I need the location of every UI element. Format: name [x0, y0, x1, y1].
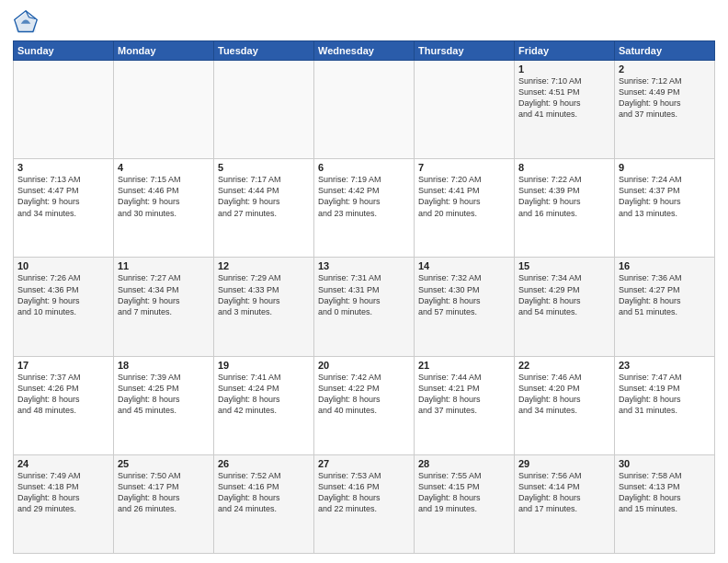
- calendar-header-row: SundayMondayTuesdayWednesdayThursdayFrid…: [14, 41, 715, 61]
- day-info: Sunrise: 7:10 AM Sunset: 4:51 PM Dayligh…: [518, 75, 610, 121]
- calendar-cell: 12Sunrise: 7:29 AM Sunset: 4:33 PM Dayli…: [214, 258, 314, 356]
- day-info: Sunrise: 7:26 AM Sunset: 4:36 PM Dayligh…: [17, 272, 109, 317]
- day-number: 14: [418, 260, 510, 271]
- day-info: Sunrise: 7:37 AM Sunset: 4:26 PM Dayligh…: [17, 372, 109, 417]
- calendar-cell: 2Sunrise: 7:12 AM Sunset: 4:49 PM Daylig…: [615, 61, 715, 159]
- calendar-cell: 16Sunrise: 7:36 AM Sunset: 4:27 PM Dayli…: [615, 258, 715, 356]
- day-info: Sunrise: 7:46 AM Sunset: 4:20 PM Dayligh…: [518, 372, 610, 417]
- day-number: 20: [318, 360, 410, 371]
- weekday-header-sunday: Sunday: [14, 41, 114, 61]
- calendar-cell: [114, 61, 214, 159]
- day-info: Sunrise: 7:56 AM Sunset: 4:14 PM Dayligh…: [518, 470, 610, 515]
- day-info: Sunrise: 7:15 AM Sunset: 4:46 PM Dayligh…: [118, 174, 210, 219]
- day-info: Sunrise: 7:27 AM Sunset: 4:34 PM Dayligh…: [118, 272, 210, 317]
- weekday-header-friday: Friday: [515, 41, 615, 61]
- calendar-week-3: 10Sunrise: 7:26 AM Sunset: 4:36 PM Dayli…: [14, 258, 715, 356]
- day-number: 17: [17, 360, 109, 371]
- day-number: 28: [418, 458, 510, 469]
- day-info: Sunrise: 7:42 AM Sunset: 4:22 PM Dayligh…: [318, 372, 410, 417]
- day-number: 7: [418, 162, 510, 173]
- calendar-cell: 7Sunrise: 7:20 AM Sunset: 4:41 PM Daylig…: [415, 159, 515, 258]
- calendar-cell: 1Sunrise: 7:10 AM Sunset: 4:51 PM Daylig…: [515, 61, 615, 159]
- calendar-cell: 10Sunrise: 7:26 AM Sunset: 4:36 PM Dayli…: [14, 258, 114, 356]
- weekday-header-monday: Monday: [114, 41, 214, 61]
- day-number: 15: [518, 260, 610, 271]
- day-number: 18: [118, 360, 210, 371]
- day-info: Sunrise: 7:52 AM Sunset: 4:16 PM Dayligh…: [218, 470, 310, 515]
- calendar-week-5: 24Sunrise: 7:49 AM Sunset: 4:18 PM Dayli…: [14, 454, 715, 553]
- calendar-cell: 9Sunrise: 7:24 AM Sunset: 4:37 PM Daylig…: [615, 159, 715, 258]
- calendar-cell: 30Sunrise: 7:58 AM Sunset: 4:13 PM Dayli…: [615, 454, 715, 553]
- calendar-cell: [415, 61, 515, 159]
- logo-icon: [13, 9, 39, 35]
- logo: [13, 9, 42, 35]
- day-info: Sunrise: 7:55 AM Sunset: 4:15 PM Dayligh…: [418, 470, 510, 515]
- day-number: 11: [118, 260, 210, 271]
- calendar-cell: 25Sunrise: 7:50 AM Sunset: 4:17 PM Dayli…: [114, 454, 214, 553]
- day-number: 8: [518, 162, 610, 173]
- calendar-cell: 19Sunrise: 7:41 AM Sunset: 4:24 PM Dayli…: [214, 356, 314, 454]
- calendar-cell: [14, 61, 114, 159]
- weekday-header-thursday: Thursday: [415, 41, 515, 61]
- calendar-cell: 3Sunrise: 7:13 AM Sunset: 4:47 PM Daylig…: [14, 159, 114, 258]
- header: [13, 9, 715, 35]
- day-number: 30: [619, 458, 711, 469]
- calendar-cell: 22Sunrise: 7:46 AM Sunset: 4:20 PM Dayli…: [515, 356, 615, 454]
- calendar-cell: 21Sunrise: 7:44 AM Sunset: 4:21 PM Dayli…: [415, 356, 515, 454]
- day-number: 1: [518, 63, 610, 75]
- calendar-cell: 29Sunrise: 7:56 AM Sunset: 4:14 PM Dayli…: [515, 454, 615, 553]
- calendar-cell: 8Sunrise: 7:22 AM Sunset: 4:39 PM Daylig…: [515, 159, 615, 258]
- day-number: 23: [619, 360, 711, 371]
- day-info: Sunrise: 7:17 AM Sunset: 4:44 PM Dayligh…: [218, 174, 310, 219]
- day-info: Sunrise: 7:41 AM Sunset: 4:24 PM Dayligh…: [218, 372, 310, 417]
- day-info: Sunrise: 7:39 AM Sunset: 4:25 PM Dayligh…: [118, 372, 210, 417]
- calendar-cell: 17Sunrise: 7:37 AM Sunset: 4:26 PM Dayli…: [14, 356, 114, 454]
- day-number: 2: [619, 63, 711, 75]
- calendar-cell: 15Sunrise: 7:34 AM Sunset: 4:29 PM Dayli…: [515, 258, 615, 356]
- day-number: 3: [17, 162, 109, 173]
- day-info: Sunrise: 7:53 AM Sunset: 4:16 PM Dayligh…: [318, 470, 410, 515]
- calendar-cell: 28Sunrise: 7:55 AM Sunset: 4:15 PM Dayli…: [415, 454, 515, 553]
- calendar-cell: 26Sunrise: 7:52 AM Sunset: 4:16 PM Dayli…: [214, 454, 314, 553]
- day-number: 21: [418, 360, 510, 371]
- weekday-header-tuesday: Tuesday: [214, 41, 314, 61]
- day-number: 5: [218, 162, 310, 173]
- calendar-cell: 13Sunrise: 7:31 AM Sunset: 4:31 PM Dayli…: [314, 258, 415, 356]
- calendar-cell: 5Sunrise: 7:17 AM Sunset: 4:44 PM Daylig…: [214, 159, 314, 258]
- calendar-week-1: 1Sunrise: 7:10 AM Sunset: 4:51 PM Daylig…: [14, 61, 715, 159]
- day-number: 24: [17, 458, 109, 469]
- day-info: Sunrise: 7:32 AM Sunset: 4:30 PM Dayligh…: [418, 272, 510, 317]
- day-number: 13: [318, 260, 410, 271]
- day-info: Sunrise: 7:13 AM Sunset: 4:47 PM Dayligh…: [17, 174, 109, 219]
- calendar-table: SundayMondayTuesdayWednesdayThursdayFrid…: [13, 40, 715, 554]
- day-info: Sunrise: 7:36 AM Sunset: 4:27 PM Dayligh…: [619, 272, 711, 317]
- day-number: 25: [118, 458, 210, 469]
- weekday-header-saturday: Saturday: [615, 41, 715, 61]
- day-number: 16: [619, 260, 711, 271]
- day-info: Sunrise: 7:19 AM Sunset: 4:42 PM Dayligh…: [318, 174, 410, 219]
- calendar-cell: 14Sunrise: 7:32 AM Sunset: 4:30 PM Dayli…: [415, 258, 515, 356]
- day-info: Sunrise: 7:31 AM Sunset: 4:31 PM Dayligh…: [318, 272, 410, 317]
- weekday-header-wednesday: Wednesday: [314, 41, 415, 61]
- day-info: Sunrise: 7:47 AM Sunset: 4:19 PM Dayligh…: [619, 372, 711, 417]
- day-info: Sunrise: 7:24 AM Sunset: 4:37 PM Dayligh…: [619, 174, 711, 219]
- day-number: 27: [318, 458, 410, 469]
- day-info: Sunrise: 7:29 AM Sunset: 4:33 PM Dayligh…: [218, 272, 310, 317]
- calendar-cell: [314, 61, 415, 159]
- calendar-cell: [214, 61, 314, 159]
- day-info: Sunrise: 7:12 AM Sunset: 4:49 PM Dayligh…: [619, 75, 711, 121]
- day-info: Sunrise: 7:22 AM Sunset: 4:39 PM Dayligh…: [518, 174, 610, 219]
- calendar-cell: 23Sunrise: 7:47 AM Sunset: 4:19 PM Dayli…: [615, 356, 715, 454]
- day-number: 10: [17, 260, 109, 271]
- calendar-cell: 24Sunrise: 7:49 AM Sunset: 4:18 PM Dayli…: [14, 454, 114, 553]
- day-info: Sunrise: 7:49 AM Sunset: 4:18 PM Dayligh…: [17, 470, 109, 515]
- day-number: 29: [518, 458, 610, 469]
- day-number: 4: [118, 162, 210, 173]
- day-number: 6: [318, 162, 410, 173]
- day-number: 26: [218, 458, 310, 469]
- day-info: Sunrise: 7:20 AM Sunset: 4:41 PM Dayligh…: [418, 174, 510, 219]
- calendar-week-2: 3Sunrise: 7:13 AM Sunset: 4:47 PM Daylig…: [14, 159, 715, 258]
- day-info: Sunrise: 7:50 AM Sunset: 4:17 PM Dayligh…: [118, 470, 210, 515]
- calendar-cell: 18Sunrise: 7:39 AM Sunset: 4:25 PM Dayli…: [114, 356, 214, 454]
- calendar-week-4: 17Sunrise: 7:37 AM Sunset: 4:26 PM Dayli…: [14, 356, 715, 454]
